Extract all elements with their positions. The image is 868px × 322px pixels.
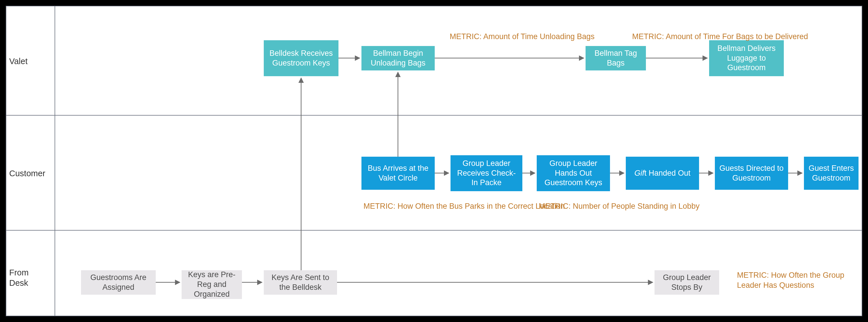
node-bellman-delivers: Bellman Delivers Luggage to Guestroom <box>709 40 784 76</box>
node-keys-sent: Keys Are Sent to the Belldesk <box>264 270 337 295</box>
node-guests-directed: Guests Directed to Guestroom <box>715 157 788 190</box>
lane-label-fromdesk: From Desk <box>9 267 29 288</box>
node-guestrooms-assigned: Guestrooms Are Assigned <box>81 270 156 295</box>
metric-bus-parks: METRIC: How Often the Bus Parks in the C… <box>364 201 565 211</box>
metric-time-delivered: METRIC: Amount of Time For Bags to be De… <box>632 32 808 42</box>
metric-leader-questions: METRIC: How Often the Group Leader Has Q… <box>737 270 862 290</box>
node-bellman-tag: Bellman Tag Bags <box>586 46 646 70</box>
node-leader-receives: Group Leader Receives Check-In Packe <box>451 155 522 191</box>
node-leader-stops: Group Leader Stops By <box>654 270 719 295</box>
node-gift: Gift Handed Out <box>626 157 699 190</box>
node-keys-prereg: Keys are Pre-Reg and Organized <box>182 270 242 299</box>
metric-people-lobby: METRIC: Number of People Standing in Lob… <box>539 201 700 211</box>
node-belldesk-receives: Belldesk Receives Guestroom Keys <box>264 40 338 76</box>
lane-label-customer: Customer <box>9 168 45 179</box>
swimlane-diagram: Valet Customer From Desk Belldesk Receiv… <box>6 6 862 316</box>
lane-label-valet: Valet <box>9 56 28 66</box>
metric-time-unloading: METRIC: Amount of Time Unloading Bags <box>450 32 594 42</box>
node-bus-arrives: Bus Arrives at the Valet Circle <box>362 157 435 190</box>
node-leader-hands: Group Leader Hands Out Guestroom Keys <box>537 155 610 191</box>
node-guest-enters: Guest Enters Guestroom <box>804 157 859 190</box>
node-bellman-begin: Bellman Begin Unloading Bags <box>362 46 435 70</box>
